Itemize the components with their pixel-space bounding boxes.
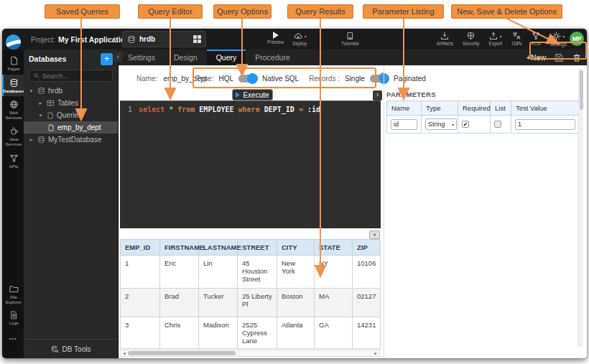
- tree-node-hrdb[interactable]: ▾ hrdb: [24, 85, 118, 97]
- top-bar: Project:My First Application › hrdb Prev…: [2, 29, 587, 50]
- vcs-button[interactable]: VCS: [531, 32, 540, 46]
- results-header-row: EMP_ID FIRSTNAME LASTNAME STREET CITY ST…: [121, 240, 381, 256]
- tab-query[interactable]: Query: [207, 50, 246, 65]
- database-search[interactable]: [29, 70, 113, 82]
- tree-node-queries[interactable]: ▾ Queries: [24, 109, 118, 121]
- databases-panel-title: Databases: [29, 55, 67, 63]
- play-icon: [236, 92, 240, 98]
- code-line: 1select * from EMPLOYEE where DEPT_ID = …: [120, 101, 381, 114]
- scrollbar-thumb[interactable]: [128, 351, 236, 355]
- save-icon[interactable]: [555, 53, 564, 62]
- db-tools-button[interactable]: DB Tools: [24, 339, 118, 358]
- param-test-value-input[interactable]: [515, 119, 575, 130]
- callout-query-editor: Query Editor: [138, 4, 203, 19]
- database-chip[interactable]: hrdb: [122, 31, 206, 47]
- caret-down-icon: ▾: [452, 122, 454, 127]
- deploy-button[interactable]: ▾ Deploy: [292, 32, 307, 46]
- new-query-button[interactable]: +New: [527, 53, 546, 62]
- scroll-right-icon[interactable]: ▸: [372, 350, 379, 356]
- param-name-input[interactable]: [391, 119, 417, 130]
- database-tree: ▾ hrdb ▸ Tables ▾ Queries emp_by_dept: [24, 85, 118, 146]
- artifacts-button[interactable]: Artifacts: [437, 32, 453, 46]
- caret-down-icon[interactable]: ▾: [28, 88, 34, 94]
- tab-settings[interactable]: Settings: [119, 50, 164, 65]
- project-label: Project:: [31, 36, 55, 44]
- expand-params-icon[interactable]: ›: [373, 90, 382, 101]
- tree-node-emp-by-dept[interactable]: emp_by_dept: [24, 121, 118, 134]
- table-row: 1EricLin45 Houston StreetNew YorkNY10106: [121, 256, 381, 289]
- caret-right-icon[interactable]: ▸: [28, 136, 34, 143]
- main-area: ‹ Settings Design Query Procedure +New N…: [119, 50, 587, 358]
- security-button[interactable]: Security: [463, 32, 479, 46]
- sql-editor[interactable]: 1select * from EMPLOYEE where DEPT_ID = …: [120, 101, 381, 228]
- branch-icon: [532, 32, 540, 40]
- tree-node-mytestdatabase[interactable]: ▸ MyTestDatabase: [24, 134, 118, 146]
- tutorials-button[interactable]: Tutorials: [341, 32, 359, 46]
- tab-bar: ‹ Settings Design Query Procedure +New: [119, 50, 587, 65]
- type-label: Type:: [196, 75, 213, 83]
- databases-icon: [9, 78, 19, 88]
- sidebar-item-web-services[interactable]: Web Services: [2, 96, 24, 123]
- more-options-icon[interactable]: •••: [2, 329, 24, 358]
- settings-button[interactable]: ▾ Settings: [550, 32, 567, 47]
- folder-icon: [9, 284, 19, 294]
- apis-icon: [9, 154, 19, 163]
- type-option-hql[interactable]: HQL: [218, 75, 233, 83]
- caret-down-icon: ▾: [499, 34, 501, 39]
- tab-procedure[interactable]: Procedure: [246, 50, 299, 65]
- scrollbar-thumb[interactable]: [580, 70, 583, 110]
- caret-down-icon[interactable]: ▾: [37, 112, 44, 118]
- callout-saved-queries: Saved Queries: [45, 4, 120, 19]
- user-avatar[interactable]: MP: [570, 32, 584, 46]
- records-option-single[interactable]: Single: [345, 75, 365, 83]
- play-icon: [273, 32, 279, 39]
- help-icon[interactable]: ?: [378, 73, 387, 82]
- callout-parameter-listing: Parameter Listing: [363, 4, 444, 19]
- preview-button[interactable]: Preview: [267, 32, 284, 45]
- tree-node-tables[interactable]: ▸ Tables: [24, 97, 118, 109]
- download-icon: [440, 32, 449, 40]
- callout-query-results: Query Results: [287, 4, 353, 19]
- screenshot-root: Saved Queries Query Editor Query Options…: [0, 0, 589, 364]
- param-list-checkbox[interactable]: [494, 121, 501, 128]
- param-required-checkbox[interactable]: [462, 121, 469, 128]
- caret-right-icon[interactable]: ▸: [37, 100, 44, 106]
- tab-design[interactable]: Design: [164, 50, 207, 65]
- scroll-left-icon[interactable]: ◂: [121, 350, 128, 356]
- app-window: Project:My First Application › hrdb Prev…: [2, 29, 587, 358]
- callout-query-options: Query Options: [213, 4, 272, 19]
- parameters-title: PARAMETERS: [386, 90, 436, 98]
- database-icon: [37, 87, 45, 95]
- parameters-header-row: Name Type Required List Test Value: [387, 101, 580, 116]
- type-option-native-sql[interactable]: Native SQL: [262, 75, 299, 83]
- vertical-scrollbar[interactable]: [578, 69, 583, 347]
- sidebar-item-pages[interactable]: Pages: [2, 52, 24, 75]
- records-option-paginated[interactable]: Paginated: [394, 75, 426, 83]
- horizontal-scrollbar[interactable]: ◂ ▸: [120, 350, 380, 357]
- parameter-row: String▾: [387, 116, 580, 134]
- sidebar-item-apis[interactable]: APIs: [2, 150, 24, 172]
- callout-new-save-delete: New, Save & Delete Options: [451, 4, 562, 19]
- sidebar-item-databases[interactable]: Databases: [2, 75, 24, 97]
- collapse-panel-icon[interactable]: ‹: [114, 52, 122, 62]
- add-database-button[interactable]: +: [101, 53, 113, 65]
- sidebar-item-logs[interactable]: Logs: [2, 307, 24, 329]
- search-input[interactable]: [42, 73, 108, 80]
- panel-divider: [384, 65, 384, 358]
- line-number: 1: [120, 105, 139, 114]
- sidebar-item-file-explorer[interactable]: File Explorer: [2, 281, 24, 307]
- sidebar-item-java-services[interactable]: Java Services: [2, 123, 24, 149]
- app-switcher-icon[interactable]: [193, 35, 201, 43]
- delete-icon[interactable]: [572, 53, 581, 62]
- tutorials-icon: [346, 32, 354, 40]
- breadcrumb-chevron-icon: ›: [113, 32, 117, 44]
- execute-button[interactable]: Execute: [232, 89, 273, 101]
- shield-icon: [467, 32, 475, 40]
- param-type-select[interactable]: String▾: [425, 118, 457, 130]
- file-icon: [47, 112, 54, 119]
- i18n-button[interactable]: I18N: [511, 32, 521, 46]
- table-row: 2BradTucker25 Liberty PlBostonMA02127: [121, 289, 381, 317]
- collapse-results-icon[interactable]: ∨: [369, 230, 380, 239]
- type-toggle[interactable]: [238, 75, 257, 83]
- export-button[interactable]: ▾ Export: [489, 32, 503, 46]
